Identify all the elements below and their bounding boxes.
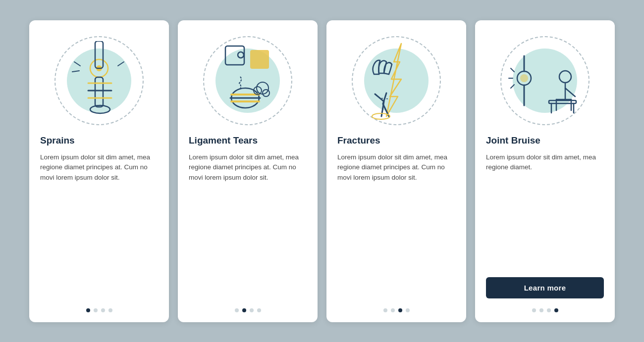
cards-container: Sprains Lorem ipsum dolor sit dim amet, …	[15, 5, 629, 337]
ligament-tears-icon	[211, 41, 285, 120]
dot-1	[532, 308, 536, 312]
ligament-tears-dots	[189, 308, 307, 312]
card-ligament-tears: Ligament Tears Lorem ipsum dolor sit dim…	[178, 20, 318, 322]
dot-3	[101, 308, 105, 312]
dot-4	[406, 308, 410, 312]
fractures-dots	[337, 308, 455, 312]
sprains-dots	[40, 308, 158, 312]
svg-line-28	[565, 88, 575, 97]
card-fractures: Fractures Lorem ipsum dolor sit dim amet…	[326, 20, 466, 322]
svg-line-36	[511, 68, 514, 72]
joint-bruise-dots	[486, 308, 604, 312]
dot-4	[108, 308, 112, 312]
ligament-tears-title: Ligament Tears	[189, 135, 307, 146]
sprains-illustration	[50, 31, 149, 130]
fractures-text: Lorem ipsum dolor sit dim amet, mea regi…	[337, 152, 455, 298]
dot-2	[242, 308, 246, 312]
dot-4	[554, 308, 558, 312]
svg-marker-21	[386, 44, 401, 116]
svg-rect-12	[238, 52, 244, 58]
svg-line-9	[72, 71, 79, 72]
joint-bruise-icon	[507, 41, 584, 120]
dot-2	[94, 308, 98, 312]
card-sprains: Sprains Lorem ipsum dolor sit dim amet, …	[29, 20, 169, 322]
svg-rect-2	[95, 41, 103, 68]
svg-point-26	[559, 71, 571, 83]
sprains-icon	[64, 41, 134, 120]
fractures-icon	[359, 40, 433, 121]
sprains-title: Sprains	[40, 135, 158, 146]
svg-rect-11	[225, 46, 244, 65]
ligament-tears-text: Lorem ipsum dolor sit dim amet, mea regi…	[189, 152, 307, 298]
dot-3	[398, 308, 402, 312]
dot-1	[235, 308, 239, 312]
learn-more-button[interactable]: Learn more	[486, 277, 604, 298]
svg-point-39	[520, 74, 528, 82]
svg-line-38	[511, 85, 514, 88]
sprains-text: Lorem ipsum dolor sit dim amet, mea regi…	[40, 152, 158, 298]
dot-1	[86, 308, 90, 312]
dot-4	[257, 308, 261, 312]
dot-3	[547, 308, 551, 312]
joint-bruise-title: Joint Bruise	[486, 135, 604, 146]
dot-2	[539, 308, 543, 312]
svg-rect-13	[250, 50, 269, 69]
card-joint-bruise: Joint Bruise Lorem ipsum dolor sit dim a…	[475, 20, 615, 322]
svg-rect-3	[95, 77, 103, 107]
dot-3	[250, 308, 254, 312]
joint-bruise-illustration	[495, 31, 594, 130]
svg-line-8	[74, 62, 80, 66]
dot-2	[391, 308, 395, 312]
ligament-tears-illustration	[198, 31, 297, 130]
fractures-illustration	[347, 31, 446, 130]
dot-1	[383, 308, 387, 312]
svg-rect-23	[549, 100, 576, 103]
fractures-title: Fractures	[337, 135, 455, 146]
joint-bruise-text: Lorem ipsum dolor sit dim amet, mea regi…	[486, 152, 604, 269]
svg-line-10	[118, 62, 124, 66]
